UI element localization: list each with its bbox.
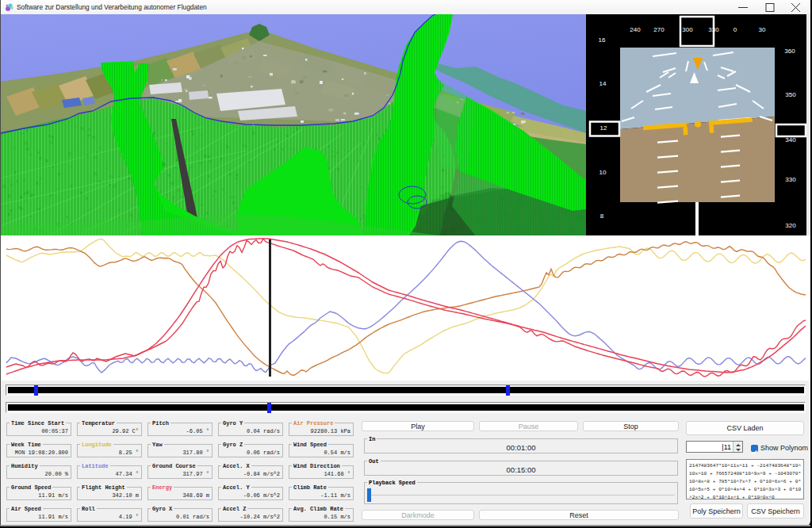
svg-text:330: 330 [785,176,796,183]
svg-text:240: 240 [630,26,641,33]
svg-text:270: 270 [653,26,665,33]
svg-text:360: 360 [784,48,795,55]
svg-text:14: 14 [599,80,607,87]
svg-text:16: 16 [599,36,606,44]
svg-text:10: 10 [599,169,607,176]
svg-text:320: 320 [785,222,796,229]
svg-text:350: 350 [785,91,796,98]
svg-text:12: 12 [600,124,607,132]
svg-text:0: 0 [733,26,737,33]
svg-text:8: 8 [600,212,604,220]
svg-text:300: 300 [682,26,693,33]
svg-text:30: 30 [759,26,766,33]
svg-text:340: 340 [785,136,796,143]
